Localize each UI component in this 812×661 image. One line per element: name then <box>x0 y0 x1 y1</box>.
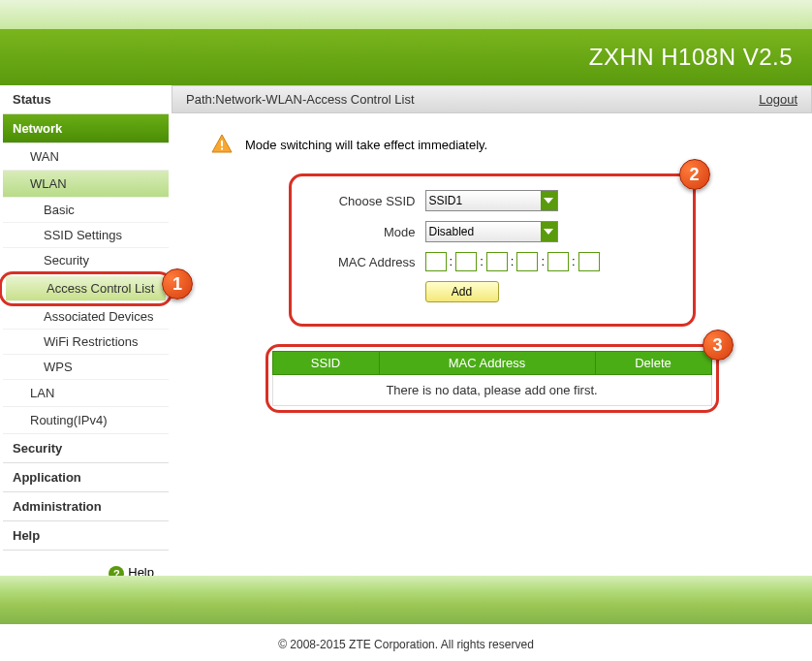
footer-text: © 2008-2015 ZTE Corporation. All rights … <box>0 638 812 651</box>
nav-basic[interactable]: Basic <box>3 198 169 223</box>
notice-row: Mode switching will take effect immediat… <box>210 133 773 156</box>
nav-status[interactable]: Status <box>3 85 169 114</box>
main: Path:Network-WLAN-Access Control List Lo… <box>172 85 812 596</box>
svg-rect-0 <box>221 141 223 146</box>
nav-wps[interactable]: WPS <box>3 355 169 380</box>
col-ssid: SSID <box>272 352 379 375</box>
mac-input-6[interactable] <box>578 252 600 271</box>
nav-ssid-settings[interactable]: SSID Settings <box>3 223 169 248</box>
callout-3: 3 SSID MAC Address Delete There is no da… <box>265 344 719 413</box>
nav-help[interactable]: Help <box>3 521 169 551</box>
header-accent <box>0 0 812 29</box>
breadcrumb: Path:Network-WLAN-Access Control List <box>186 92 415 107</box>
acl-table: SSID MAC Address Delete There is no data… <box>272 351 712 406</box>
nav-acl[interactable]: Access Control List <box>6 276 166 301</box>
nav-assoc-devices[interactable]: Associated Devices <box>3 304 169 330</box>
nav-lan[interactable]: LAN <box>3 380 169 407</box>
nav-wan[interactable]: WAN <box>3 143 169 171</box>
nav-wlan[interactable]: WLAN <box>3 171 169 198</box>
nav-security-section[interactable]: Security <box>3 434 169 463</box>
logout-link[interactable]: Logout <box>759 92 797 107</box>
add-button[interactable]: Add <box>425 281 499 302</box>
choose-ssid-select[interactable]: SSID1 <box>425 190 542 211</box>
nav-routing[interactable]: Routing(IPv4) <box>3 407 169 434</box>
badge-1: 1 <box>162 268 193 299</box>
brand-title: ZXHN H108N V2.5 <box>589 44 793 71</box>
badge-2: 2 <box>679 159 710 190</box>
mac-input-5[interactable] <box>547 252 569 271</box>
mac-input-3[interactable] <box>486 252 508 271</box>
mac-input-4[interactable] <box>516 252 538 271</box>
nav-network[interactable]: Network <box>3 114 169 143</box>
nav-administration[interactable]: Administration <box>3 492 169 521</box>
col-delete: Delete <box>595 352 711 375</box>
callout-2: 2 Choose SSID SSID1 Mode Disabled <box>289 173 696 327</box>
footer-stripe <box>0 576 812 624</box>
mac-input-group: ::::: <box>425 252 600 271</box>
mode-select[interactable]: Disabled <box>425 221 542 242</box>
nav-wifi-restrictions[interactable]: WiFi Restrictions <box>3 330 169 355</box>
empty-row: There is no data, please add one first. <box>272 375 711 406</box>
nav-security[interactable]: Security <box>3 248 169 273</box>
mode-label: Mode <box>309 225 425 239</box>
choose-ssid-label: Choose SSID <box>309 194 425 208</box>
col-mac: MAC Address <box>379 352 595 375</box>
mac-input-1[interactable] <box>425 252 447 271</box>
header: ZXHN H108N V2.5 <box>0 29 812 85</box>
breadcrumb-bar: Path:Network-WLAN-Access Control List Lo… <box>172 85 812 113</box>
chevron-down-icon[interactable] <box>541 221 558 242</box>
chevron-down-icon[interactable] <box>541 190 558 211</box>
callout-1: Access Control List 1 <box>0 271 172 306</box>
badge-3: 3 <box>703 330 734 361</box>
mac-label: MAC Address <box>309 255 425 269</box>
notice-text: Mode switching will take effect immediat… <box>245 138 487 152</box>
nav-application[interactable]: Application <box>3 463 169 492</box>
mac-input-2[interactable] <box>455 252 477 271</box>
sidebar: Status Network WAN WLAN Basic SSID Setti… <box>0 85 172 596</box>
svg-rect-1 <box>221 148 223 150</box>
mac-sep: : <box>450 254 453 268</box>
warning-icon <box>210 133 234 156</box>
